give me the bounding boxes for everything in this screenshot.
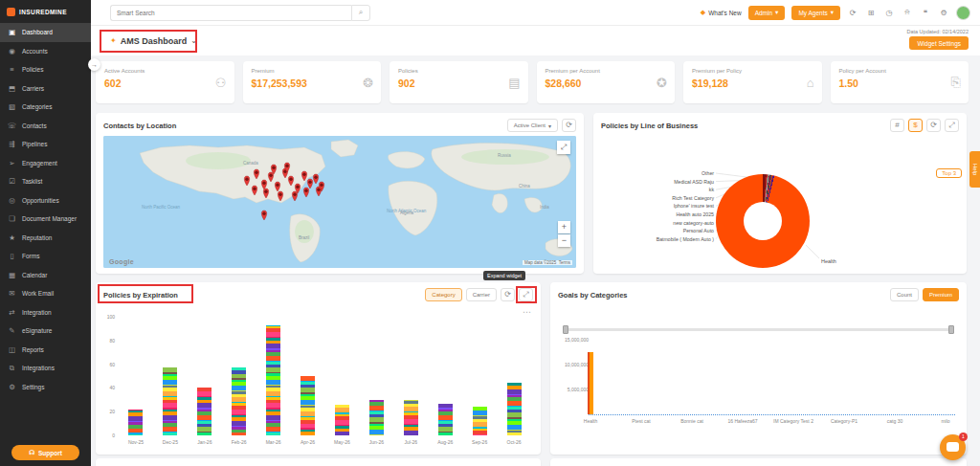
collapse-arrow-button[interactable]: → — [88, 58, 100, 71]
partial-widget — [96, 458, 541, 466]
x-axis-label: May-26 — [334, 439, 350, 445]
sidebar-item-engagement[interactable]: ➢Engagement — [0, 154, 91, 173]
sidebar-item-reports[interactable]: ◫Reports — [0, 341, 91, 360]
stacked-bar-jul-26[interactable] — [404, 400, 418, 435]
refresh-button[interactable]: ⟳ — [501, 288, 515, 301]
sidebar-item-dashboard[interactable]: ▣Dashboard — [0, 23, 91, 42]
apps-grid-icon[interactable]: ⊞ — [865, 9, 877, 17]
messages-chat-icon[interactable]: ❝ — [920, 9, 931, 17]
sidebar-item-reputation[interactable]: ★Reputation — [0, 229, 91, 248]
chat-bubble-icon — [947, 442, 959, 452]
support-button[interactable]: ☊ Support — [11, 445, 79, 460]
goal-bar-health[interactable] — [588, 352, 593, 414]
slider-handle-right[interactable] — [948, 325, 954, 334]
widget-settings-button[interactable]: Widget Settings — [909, 36, 969, 50]
map-zoom-out-button[interactable]: − — [558, 234, 570, 247]
top3-badge[interactable]: Top 3 — [936, 168, 962, 178]
sidebar-item-carriers[interactable]: ⬒Carriers — [0, 79, 91, 99]
sidebar-item-label: Contacts — [22, 122, 47, 129]
legend-label: Other — [593, 170, 714, 176]
stat-icon: ❂ — [363, 76, 373, 90]
stacked-bar-jan-26[interactable] — [197, 388, 212, 435]
category-toggle-button[interactable]: Category — [425, 288, 461, 301]
sidebar-item-label: Forms — [22, 253, 39, 259]
stacked-bar-nov-25[interactable] — [128, 410, 143, 435]
premium-mode-button[interactable]: $ — [908, 119, 923, 132]
refresh-button[interactable]: ⟳ — [562, 119, 576, 132]
stat-value: $28,660 — [546, 78, 667, 89]
avatar[interactable] — [956, 6, 970, 20]
admin-button[interactable]: Admin▾ — [748, 6, 786, 20]
stacked-bar-feb-26[interactable] — [232, 367, 246, 435]
stacked-bar-chart: 020406080100Nov-25Dec-25Jan-26Feb-26Mar-… — [96, 307, 541, 455]
sidebar-item-document-manager[interactable]: ❏Document Manager — [0, 210, 91, 229]
bar-segment — [473, 434, 487, 435]
expand-widget-button[interactable]: ⤢ — [519, 288, 533, 301]
expand-widget-tooltip: Expand widget — [483, 271, 525, 280]
slider-handle-left[interactable] — [563, 325, 568, 334]
stacked-bar-may-26[interactable] — [335, 405, 349, 435]
sidebar-item-settings[interactable]: ⚙Settings — [0, 378, 91, 397]
world-map[interactable]: North Pacific Ocean North Atlantic Ocean… — [103, 136, 576, 268]
sidebar-item-pipelines[interactable]: ⇶Pipelines — [0, 135, 91, 154]
stat-value: 902 — [398, 78, 520, 89]
settings-gear-icon[interactable]: ⚙ — [938, 9, 949, 17]
sidebar-item-contacts[interactable]: ☏Contacts — [0, 117, 91, 136]
sidebar-item-label: Policies — [22, 66, 43, 73]
stacked-bar-dec-25[interactable] — [163, 367, 177, 435]
search-input[interactable] — [110, 5, 351, 21]
settings-icon: ⚙ — [7, 383, 17, 391]
sidebar-item-label: Calendar — [22, 272, 47, 278]
sidebar-item-label: Integrations — [22, 365, 55, 371]
map-fullscreen-button[interactable]: ⤢ — [557, 141, 570, 154]
stat-card-policy-per-account: Policy per Account1.50⎘ — [831, 61, 969, 103]
my-agents-button[interactable]: My Agents▾ — [791, 6, 840, 20]
help-tab[interactable]: Help — [969, 151, 980, 188]
dashboard-selector[interactable]: ✦ AMS Dashboard ⌄ — [110, 26, 197, 55]
stat-label: Premium — [252, 68, 373, 74]
map-zoom-in-button[interactable]: + — [558, 221, 570, 233]
sidebar-item-opportunities[interactable]: ◎Opportunities — [0, 191, 91, 211]
terms-link[interactable]: Terms — [559, 260, 570, 265]
sidebar-item-forms[interactable]: ▯Forms — [0, 247, 91, 266]
client-filter-dropdown[interactable]: Active Client▾ — [507, 119, 558, 132]
policies-icon: ≡ — [7, 65, 17, 74]
headset-icon: ☊ — [29, 449, 34, 456]
carrier-toggle-button[interactable]: Carrier — [466, 288, 497, 301]
count-mode-button[interactable]: # — [890, 119, 904, 132]
sidebar-item-tasklist[interactable]: ☑Tasklist — [0, 172, 91, 191]
stacked-bar-apr-26[interactable] — [301, 376, 315, 435]
sidebar-item-label: Carriers — [22, 85, 44, 92]
stacked-bar-mar-26[interactable] — [266, 325, 280, 435]
sidebar-item-calendar[interactable]: ▦Calendar — [0, 266, 91, 285]
refresh-button[interactable]: ⟳ — [926, 119, 941, 132]
sidebar-item-policies[interactable]: ≡Policies — [0, 60, 91, 79]
history-clock-icon[interactable]: ◷ — [883, 9, 895, 17]
subheader-right: Data Updated: 02/14/2022 Widget Settings — [906, 26, 969, 55]
sidebar-item-esignature[interactable]: ✎eSignature — [0, 322, 91, 341]
chat-fab-button[interactable]: 1 — [940, 434, 966, 460]
sidebar-item-categories[interactable]: ▧Categories — [0, 98, 91, 117]
sidebar-item-integrations[interactable]: ⧉Integrations — [0, 359, 91, 378]
premium-toggle-button[interactable]: Premium — [923, 288, 959, 301]
expand-widget-button[interactable]: ⤢ — [945, 119, 959, 132]
sidebar-item-integration[interactable]: ⇄Integration — [0, 303, 91, 322]
stacked-bar-sep-26[interactable] — [473, 407, 487, 435]
legend-label: Rich Test Category — [593, 195, 714, 201]
search-button[interactable]: ⌕ — [351, 5, 370, 21]
stacked-bar-oct-26[interactable] — [507, 383, 522, 435]
sidebar-item-accounts[interactable]: ◉Accounts — [0, 42, 91, 61]
refresh-icon[interactable]: ⟳ — [847, 9, 858, 17]
work-email-icon: ✉ — [7, 289, 17, 298]
count-toggle-button[interactable]: Count — [890, 288, 919, 301]
x-axis-label: Jan-26 — [197, 439, 212, 445]
map-attribution: Map data ©2025 Terms — [523, 260, 572, 265]
stacked-bar-aug-26[interactable] — [438, 404, 453, 435]
sidebar-item-work-email[interactable]: ✉Work Email — [0, 284, 91, 303]
notifications-bell-icon[interactable]: ⍾ — [902, 8, 913, 17]
whats-new-link[interactable]: What's New — [708, 10, 741, 16]
x-axis-label: Jul-26 — [404, 439, 417, 445]
stacked-bar-jun-26[interactable] — [369, 400, 384, 435]
data-updated-label: Data Updated: 02/14/2022 — [906, 29, 969, 34]
bar-segment — [232, 433, 246, 434]
